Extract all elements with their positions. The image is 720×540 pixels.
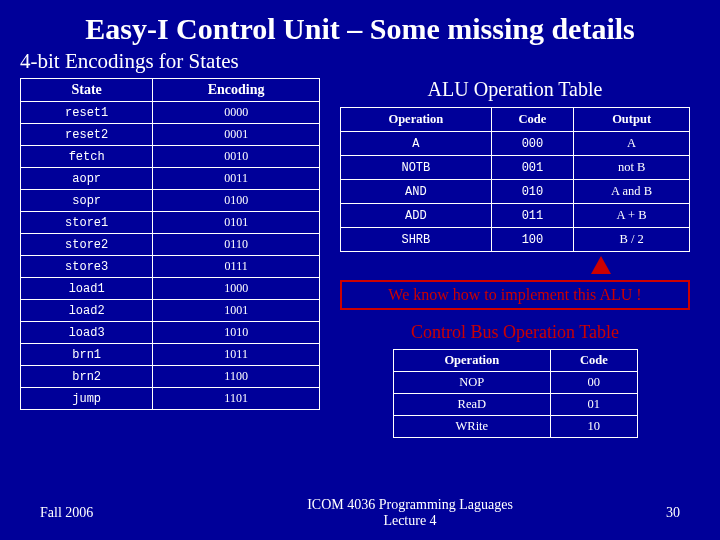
table-row: reset10000: [21, 102, 320, 124]
slide-title: Easy-I Control Unit – Some missing detai…: [0, 0, 720, 47]
table-header-row: State Encoding: [21, 79, 320, 102]
col-operation: Operation: [341, 108, 492, 132]
table-row: ADD011A + B: [341, 204, 690, 228]
table-row: brn21100: [21, 366, 320, 388]
table-row: NOTB001not B: [341, 156, 690, 180]
right-column: ALU Operation Table Operation Code Outpu…: [340, 78, 690, 438]
ctrl-heading: Control Bus Operation Table: [340, 322, 690, 343]
col-state: State: [21, 79, 153, 102]
col-operation: Operation: [393, 350, 551, 372]
table-row: A000A: [341, 132, 690, 156]
col-output: Output: [574, 108, 690, 132]
alu-table: Operation Code Output A000A NOTB001not B…: [340, 107, 690, 252]
table-header-row: Operation Code Output: [341, 108, 690, 132]
alu-heading: ALU Operation Table: [340, 78, 690, 101]
table-row: WRite10: [393, 416, 637, 438]
table-row: sopr0100: [21, 190, 320, 212]
table-row: fetch0010: [21, 146, 320, 168]
slide-subtitle: 4-bit Encodings for States: [0, 47, 720, 78]
table-row: ReaD01: [393, 394, 637, 416]
table-row: SHRB100B / 2: [341, 228, 690, 252]
table-row: load11000: [21, 278, 320, 300]
ctrl-table: Operation Code NOP00 ReaD01 WRite10: [393, 349, 638, 438]
footer-left: Fall 2006: [0, 505, 180, 521]
callout-text: We know how to implement this ALU !: [388, 286, 641, 303]
col-code: Code: [491, 108, 574, 132]
footer: Fall 2006 ICOM 4036 Programming Laguages…: [0, 497, 720, 528]
content-area: State Encoding reset10000 reset20001 fet…: [0, 78, 720, 438]
table-row: load31010: [21, 322, 320, 344]
table-row: store10101: [21, 212, 320, 234]
col-encoding: Encoding: [153, 79, 320, 102]
table-row: jump1101: [21, 388, 320, 410]
table-row: AND010A and B: [341, 180, 690, 204]
table-row: NOP00: [393, 372, 637, 394]
left-column: State Encoding reset10000 reset20001 fet…: [20, 78, 320, 438]
table-row: aopr0011: [21, 168, 320, 190]
table-row: load21001: [21, 300, 320, 322]
table-header-row: Operation Code: [393, 350, 637, 372]
table-row: reset20001: [21, 124, 320, 146]
table-row: store30111: [21, 256, 320, 278]
table-row: brn11011: [21, 344, 320, 366]
col-code: Code: [551, 350, 637, 372]
footer-center: ICOM 4036 Programming Laguages Lecture 4: [180, 497, 640, 528]
states-table: State Encoding reset10000 reset20001 fet…: [20, 78, 320, 410]
callout-box: We know how to implement this ALU !: [340, 280, 690, 310]
arrow-up-icon: [591, 256, 611, 274]
table-row: store20110: [21, 234, 320, 256]
footer-right: 30: [640, 505, 720, 521]
